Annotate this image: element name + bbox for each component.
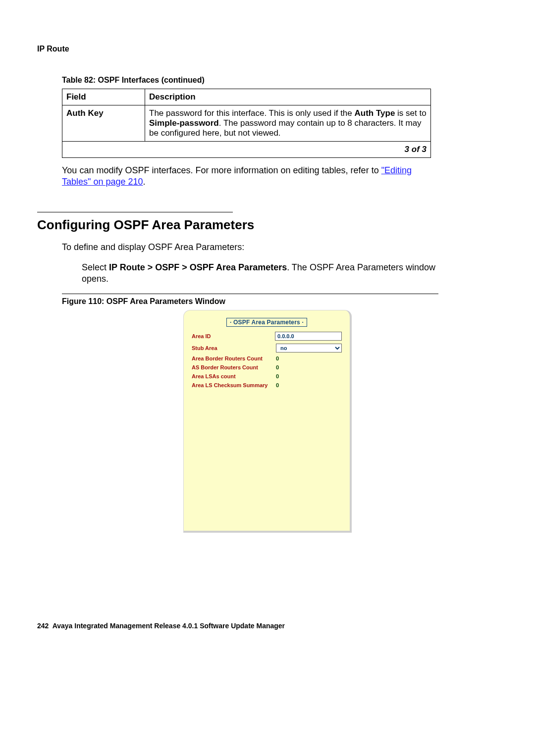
value-ls-checksum: 0 [276,382,279,388]
table-row: Auth Key The password for this interface… [62,105,431,142]
th-field: Field [62,89,145,105]
label-abr-count: Area Border Routers Count [192,355,276,361]
label-stub-area: Stub Area [192,345,276,351]
value-abr-count: 0 [276,355,279,361]
row-asbr-count: AS Border Routers Count 0 [192,364,342,370]
row-stub-area: Stub Area no [192,344,342,353]
th-description: Description [145,89,431,105]
figure-caption: Figure 110: OSPF Area Parameters Window [62,294,438,306]
area-id-input[interactable] [275,332,342,341]
row-lsa-count: Area LSAs count 0 [192,373,342,379]
label-lsa-count: Area LSAs count [192,373,276,379]
row-abr-count: Area Border Routers Count 0 [192,355,342,361]
label-ls-checksum: Area LS Checksum Summary [192,382,276,388]
cell-field: Auth Key [62,105,145,142]
ospf-interfaces-table: Field Description Auth Key The password … [62,89,431,158]
value-lsa-count: 0 [276,373,279,379]
section-title: Configuring OSPF Area Parameters [37,217,498,233]
ospf-area-parameters-dialog: · OSPF Area Parameters · Area ID Stub Ar… [183,310,352,533]
table-caption: Table 82: OSPF Interfaces (continued) [62,76,498,85]
section-step: Select IP Route > OSPF > OSPF Area Param… [82,262,438,285]
paragraph-modify-note: You can modify OSPF interfaces. For more… [62,165,438,187]
stub-area-select[interactable]: no [276,344,342,353]
row-ls-checksum: Area LS Checksum Summary 0 [192,382,342,388]
label-asbr-count: AS Border Routers Count [192,364,276,370]
table-pager: 3 of 3 [62,142,431,158]
row-area-id: Area ID [192,332,342,341]
value-asbr-count: 0 [276,364,279,370]
section-rule [37,212,233,212]
page-footer: 242 Avaya Integrated Management Release … [37,622,498,630]
running-header: IP Route [37,45,498,53]
cell-description: The password for this interface. This is… [145,105,431,142]
dialog-title: · OSPF Area Parameters · [226,318,307,327]
label-area-id: Area ID [192,333,275,339]
section-intro: To define and display OSPF Area Paramete… [62,242,438,253]
